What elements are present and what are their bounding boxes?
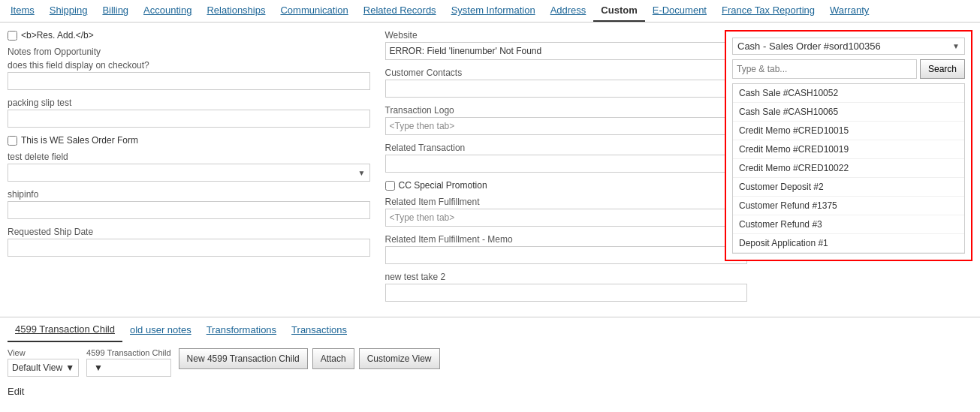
test-delete-arrow: ▼: [358, 169, 366, 177]
cc-special-row: CC Special Promotion: [385, 180, 748, 191]
related-fulfillment-field-group: Related Item Fulfillment <Type then tab>…: [385, 197, 748, 227]
right-column: Requisition Type Linked Order ▼ Associat…: [762, 30, 972, 309]
shipinfo-label: shipinfo: [8, 189, 370, 200]
dropdown-list-item[interactable]: Customer Refund #3: [733, 215, 964, 234]
view-label: View: [8, 348, 79, 357]
bottom-tab-transaction-child[interactable]: 4599 Transaction Child: [8, 317, 122, 342]
edit-label: Edit: [0, 383, 980, 400]
view-select[interactable]: Default View ▼: [8, 359, 79, 377]
search-row: Search: [732, 59, 965, 79]
cc-special-label: CC Special Promotion: [399, 180, 487, 191]
dropdown-overlay: Cash - Sales Order #sord100356 ▼ Search …: [725, 30, 972, 261]
customize-view-button[interactable]: Customize View: [359, 348, 440, 369]
dropdown-list-item[interactable]: Deposit Application #1: [733, 234, 964, 253]
related-fulfillment-memo-input[interactable]: [385, 246, 748, 264]
nav-item-shipping[interactable]: Shipping: [42, 0, 95, 22]
middle-column: Website Customer Contacts ▼ Transaction …: [385, 30, 748, 309]
bottom-tab-old-user-notes[interactable]: old user notes: [122, 318, 199, 341]
nav-item-system-information[interactable]: System Information: [444, 0, 543, 22]
new-transaction-child-button[interactable]: New 4599 Transaction Child: [179, 348, 308, 369]
we-sales-row: This is WE Sales Order Form: [8, 135, 370, 146]
new-test-take2-label: new test take 2: [385, 272, 748, 282]
related-fulfillment-memo-field-group: Related Item Fulfillment - Memo: [385, 234, 748, 264]
nav-item-communication[interactable]: Communication: [273, 0, 355, 22]
test-delete-field-group: test delete field ▼: [8, 152, 370, 182]
related-fulfillment-placeholder: <Type then tab>: [390, 212, 455, 223]
related-fulfillment-memo-label: Related Item Fulfillment - Memo: [385, 234, 748, 245]
left-column: <b>Res. Add.</b> Notes from Opportunity …: [8, 30, 370, 309]
test-delete-select[interactable]: ▼: [8, 164, 370, 182]
checkbox-res-add-label: <b>Res. Add.</b>: [21, 30, 94, 41]
customer-contacts-label: Customer Contacts: [385, 68, 748, 78]
related-transaction-select[interactable]: ▼: [385, 155, 748, 173]
child-label: 4599 Transaction Child: [86, 348, 171, 357]
dropdown-list-item[interactable]: Customer Deposit #2: [733, 178, 964, 197]
ship-date-input[interactable]: [8, 239, 370, 257]
view-value: Default View: [12, 362, 62, 373]
nav-item-custom[interactable]: Custom: [593, 0, 644, 22]
checkbox-res-add-row: <b>Res. Add.</b>: [8, 30, 370, 41]
customer-contacts-select[interactable]: ▼: [385, 80, 748, 98]
dropdown-search-button[interactable]: Search: [920, 59, 965, 79]
checkout-input[interactable]: [8, 72, 370, 90]
website-label: Website: [385, 30, 748, 41]
transaction-logo-field-group: Transaction Logo <Type then tab> ▼: [385, 105, 748, 135]
transaction-logo-select[interactable]: <Type then tab> ▼: [385, 117, 748, 135]
we-sales-checkbox[interactable]: [8, 136, 17, 146]
dropdown-selected-arrow: ▼: [952, 42, 960, 50]
transaction-logo-label: Transaction Logo: [385, 105, 748, 116]
dropdown-list-item[interactable]: Credit Memo #CRED10019: [733, 140, 964, 159]
nav-item-address[interactable]: Address: [543, 0, 594, 22]
nav-item-warranty[interactable]: Warranty: [822, 0, 876, 22]
nav-item-related-records[interactable]: Related Records: [356, 0, 444, 22]
view-group: View Default View ▼: [8, 348, 79, 377]
packing-label: packing slip test: [8, 98, 370, 108]
new-test-take2-field-group: new test take 2: [385, 272, 748, 302]
bottom-tab-transactions[interactable]: Transactions: [284, 318, 354, 341]
top-navigation: ItemsShippingBillingAccountingRelationsh…: [0, 0, 980, 23]
dropdown-list-item[interactable]: Credit Memo #CRED10015: [733, 122, 964, 140]
nav-item-e-document[interactable]: E-Document: [645, 0, 714, 22]
main-content: <b>Res. Add.</b> Notes from Opportunity …: [0, 23, 980, 317]
dropdown-selected-value: Cash - Sales Order #sord100356: [737, 41, 881, 52]
child-group: 4599 Transaction Child ▼: [86, 348, 171, 377]
shipinfo-field-group: shipinfo: [8, 189, 370, 219]
related-transaction-label: Related Transaction: [385, 143, 748, 153]
related-transaction-field-group: Related Transaction ▼: [385, 143, 748, 173]
checkout-field-group: does this field display on checkout?: [8, 60, 370, 90]
packing-field-group: packing slip test: [8, 98, 370, 128]
dropdown-search-input[interactable]: [732, 59, 917, 79]
cc-special-checkbox[interactable]: [385, 181, 395, 191]
dropdown-list-item[interactable]: Cash Sale #CASH10065: [733, 103, 964, 122]
child-select[interactable]: ▼: [86, 359, 171, 377]
nav-item-accounting[interactable]: Accounting: [136, 0, 199, 22]
dropdown-selected-row[interactable]: Cash - Sales Order #sord100356 ▼: [732, 38, 965, 55]
nav-item-billing[interactable]: Billing: [95, 0, 136, 22]
dropdown-list: Cash Sale #CASH10052Cash Sale #CASH10065…: [732, 83, 965, 254]
attach-button[interactable]: Attach: [312, 348, 354, 369]
bottom-tabs: 4599 Transaction Childold user notesTran…: [0, 317, 980, 342]
checkout-label: does this field display on checkout?: [8, 60, 370, 71]
transaction-logo-placeholder: <Type then tab>: [390, 121, 455, 131]
checkbox-res-add[interactable]: [8, 31, 17, 41]
ship-date-field-group: Requested Ship Date: [8, 227, 370, 257]
view-arrow: ▼: [65, 362, 74, 373]
dropdown-list-item[interactable]: Credit Memo #CRED10022: [733, 159, 964, 178]
ship-date-label: Requested Ship Date: [8, 227, 370, 237]
we-sales-label: This is WE Sales Order Form: [21, 135, 138, 146]
child-arrow: ▼: [94, 362, 103, 373]
nav-item-items[interactable]: Items: [3, 0, 42, 22]
new-test-take2-input[interactable]: [385, 284, 748, 302]
packing-input[interactable]: [8, 110, 370, 128]
nav-item-france-tax-reporting[interactable]: France Tax Reporting: [714, 0, 822, 22]
related-fulfillment-select[interactable]: <Type then tab> ▼: [385, 209, 748, 227]
bottom-tab-transformations[interactable]: Transformations: [199, 318, 284, 341]
dropdown-list-item[interactable]: Customer Refund #1375: [733, 197, 964, 215]
website-input[interactable]: [385, 42, 748, 60]
nav-item-relationships[interactable]: Relationships: [199, 0, 273, 22]
customer-contacts-field-group: Customer Contacts ▼: [385, 68, 748, 98]
shipinfo-input[interactable]: [8, 201, 370, 219]
bottom-controls: View Default View ▼ 4599 Transaction Chi…: [0, 342, 980, 383]
test-delete-label: test delete field: [8, 152, 370, 162]
dropdown-list-item[interactable]: Cash Sale #CASH10052: [733, 84, 964, 103]
